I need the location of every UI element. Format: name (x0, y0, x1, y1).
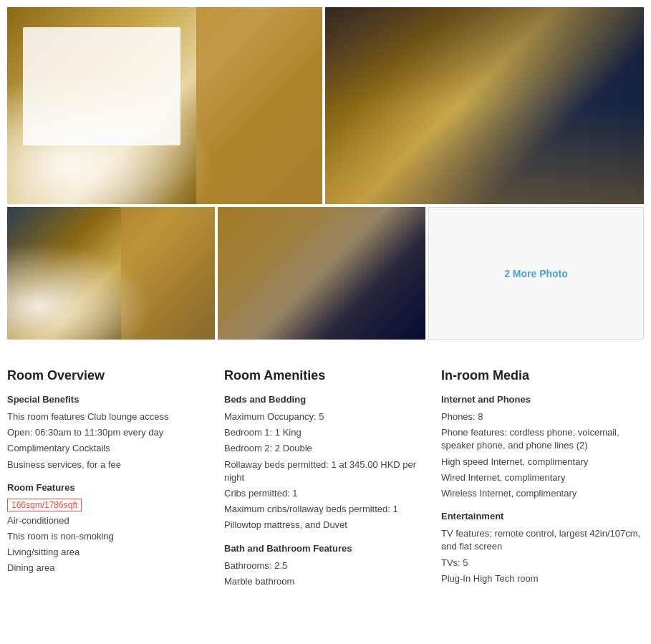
bed-item-3: Bedroom 2: 2 Double (224, 442, 427, 455)
special-benefits-heading: Special Benefits (7, 394, 210, 405)
feature-item-3: Living/sitting area (7, 546, 210, 559)
bed-item-1: Maximum Occupancy: 5 (224, 410, 427, 423)
internet-phones-heading: Internet and Phones (441, 394, 644, 405)
room-amenities-column: Room Amenities Beds and Bedding Maximum … (224, 368, 441, 591)
in-room-media-title: In-room Media (441, 368, 644, 383)
gallery-bottom-row: 2 More Photo (7, 207, 644, 340)
benefit-item-1: This room features Club lounge access (7, 410, 210, 423)
bed-item-7: Pillowtop mattress, and Duvet (224, 519, 427, 532)
bed-item-5: Cribs permitted: 1 (224, 487, 427, 500)
entertainment-item-3: Plug-In High Tech room (441, 572, 644, 585)
phone-item-2: Phone features: cordless phone, voicemai… (441, 426, 644, 452)
phone-item-4: Wired Internet, complimentary (441, 471, 644, 484)
phone-item-1: Phones: 8 (441, 410, 644, 423)
phone-item-3: High speed Internet, complimentary (441, 456, 644, 468)
bed-item-2: Bedroom 1: 1 King (224, 426, 427, 439)
room-overview-title: Room Overview (7, 368, 210, 383)
phone-item-5: Wireless Internet, complimentary (441, 487, 644, 500)
feature-item-1: Air-conditioned (7, 514, 210, 527)
bath-bathroom-heading: Bath and Bathroom Features (224, 543, 427, 554)
feature-item-4: Dining area (7, 562, 210, 575)
photo-bedroom-1[interactable] (7, 7, 322, 204)
benefit-item-3: Complimentary Cocktails (7, 442, 210, 455)
info-section: Room Overview Special Benefits This room… (0, 347, 651, 605)
more-photos-button[interactable]: 2 More Photo (428, 207, 644, 340)
photo-gallery: 2 More Photo (0, 0, 651, 347)
room-features-heading: Room Features (7, 482, 210, 493)
bed-item-4: Rollaway beds permitted: 1 at 345.00 HKD… (224, 458, 427, 484)
gallery-top-row (7, 7, 644, 204)
bed-item-6: Maximum cribs/rollaway beds permitted: 1 (224, 503, 427, 516)
entertainment-heading: Entertainment (441, 511, 644, 522)
more-photos-label: 2 More Photo (504, 268, 568, 279)
benefit-item-4: Business services, for a fee (7, 458, 210, 471)
room-overview-column: Room Overview Special Benefits This room… (7, 368, 224, 591)
photo-bedroom-2[interactable] (7, 207, 215, 340)
feature-item-2: This room is non-smoking (7, 530, 210, 543)
room-size-badge: 166sqm/1786sqft (7, 499, 82, 511)
entertainment-item-1: TV features: remote control, largest 42i… (441, 527, 644, 553)
in-room-media-column: In-room Media Internet and Phones Phones… (441, 368, 644, 591)
entertainment-item-2: TVs: 5 (441, 557, 644, 569)
bath-item-2: Marble bathroom (224, 575, 427, 588)
benefit-item-2: Open: 06:30am to 11:30pm every day (7, 426, 210, 439)
beds-bedding-heading: Beds and Bedding (224, 394, 427, 405)
bath-item-1: Bathrooms: 2.5 (224, 559, 427, 572)
photo-living-2[interactable] (218, 207, 425, 340)
photo-living-1[interactable] (325, 7, 644, 204)
room-amenities-title: Room Amenities (224, 368, 427, 383)
